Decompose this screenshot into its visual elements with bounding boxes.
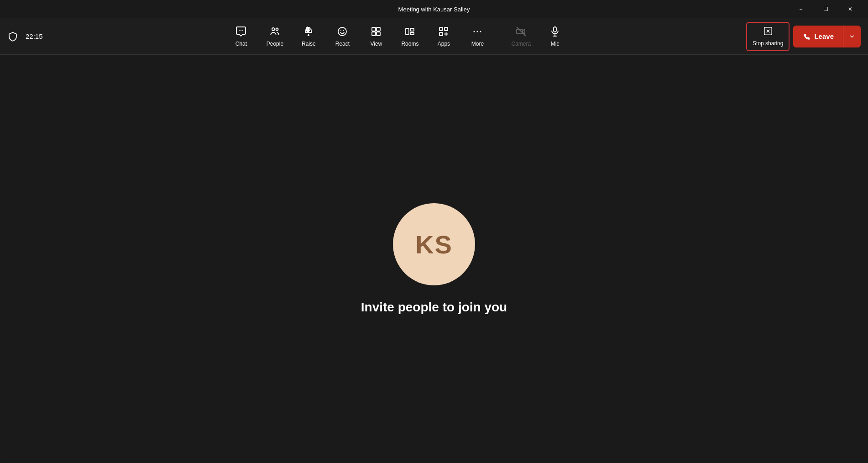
close-button[interactable]: ✕ [840, 2, 861, 16]
title-bar: Meeting with Kausar Salley − ☐ ✕ [0, 0, 868, 18]
raise-button[interactable]: Raise [293, 22, 324, 51]
people-button[interactable]: People [259, 22, 291, 51]
svg-point-19 [477, 31, 478, 32]
toolbar-center: Chat People Rai [50, 22, 747, 51]
svg-rect-10 [372, 32, 376, 36]
svg-rect-17 [439, 32, 443, 36]
svg-line-22 [517, 27, 526, 36]
stop-sharing-label: Stop sharing [753, 40, 783, 47]
chat-label: Chat [235, 41, 247, 47]
react-icon [337, 26, 348, 39]
svg-point-18 [474, 31, 475, 32]
chevron-down-icon [849, 33, 855, 40]
camera-label: Camera [511, 41, 531, 47]
avatar-initials: KS [415, 230, 453, 259]
chat-button[interactable]: Chat [225, 22, 257, 51]
svg-point-3 [272, 28, 275, 31]
avatar: KS [393, 203, 475, 285]
svg-rect-9 [376, 27, 380, 31]
svg-point-1 [241, 30, 241, 31]
leave-label: Leave [814, 32, 834, 40]
main-content: KS Invite people to join you [0, 55, 868, 463]
mic-label: Mic [551, 41, 559, 47]
svg-rect-12 [406, 28, 409, 35]
people-label: People [267, 41, 283, 47]
svg-rect-14 [410, 32, 414, 35]
mic-button[interactable]: Mic [539, 22, 571, 51]
stop-sharing-button[interactable]: Stop sharing [746, 22, 790, 51]
view-icon [371, 26, 382, 39]
rooms-label: Rooms [401, 41, 418, 47]
toolbar-divider [499, 26, 499, 47]
svg-point-6 [340, 30, 341, 31]
svg-point-7 [343, 30, 344, 31]
svg-point-20 [480, 31, 481, 32]
react-label: React [335, 41, 350, 47]
rooms-icon [404, 26, 415, 39]
maximize-button[interactable]: ☐ [815, 2, 836, 16]
camera-button[interactable]: Camera [505, 22, 537, 51]
raise-label: Raise [302, 41, 316, 47]
leave-button-group: Leave [793, 26, 861, 47]
chat-icon [235, 26, 246, 39]
apps-button[interactable]: Apps [428, 22, 460, 51]
view-label: View [371, 41, 382, 47]
rooms-button[interactable]: Rooms [394, 22, 426, 51]
time-display: 22:15 [26, 32, 43, 40]
more-button[interactable]: More [461, 22, 493, 51]
leave-button[interactable]: Leave [793, 26, 843, 47]
svg-rect-16 [444, 27, 448, 31]
minimize-button[interactable]: − [790, 2, 811, 16]
svg-rect-11 [376, 32, 380, 36]
view-button[interactable]: View [360, 22, 392, 51]
shield-icon [7, 31, 18, 42]
more-label: More [471, 41, 484, 47]
svg-point-0 [239, 30, 240, 31]
svg-point-5 [338, 27, 346, 36]
react-button[interactable]: React [326, 22, 358, 51]
leave-chevron-button[interactable] [843, 26, 861, 47]
toolbar: 22:15 Chat [0, 18, 868, 55]
svg-point-2 [242, 30, 243, 31]
phone-icon [802, 32, 810, 41]
svg-rect-8 [372, 27, 376, 31]
people-icon [269, 26, 280, 39]
toolbar-left: 22:15 [7, 31, 50, 42]
invite-text: Invite people to join you [361, 300, 507, 315]
svg-rect-23 [554, 27, 556, 32]
camera-icon [516, 26, 527, 39]
svg-point-4 [276, 28, 278, 30]
apps-icon [438, 26, 449, 39]
window-title: Meeting with Kausar Salley [398, 6, 470, 13]
toolbar-right: Stop sharing Leave [746, 22, 861, 51]
svg-rect-15 [439, 27, 443, 31]
stop-sharing-icon [763, 26, 773, 38]
window-controls: − ☐ ✕ [790, 2, 861, 16]
apps-label: Apps [438, 41, 450, 47]
more-icon [472, 26, 483, 39]
raise-icon [303, 26, 314, 39]
mic-icon [549, 26, 560, 39]
svg-rect-13 [410, 28, 414, 31]
